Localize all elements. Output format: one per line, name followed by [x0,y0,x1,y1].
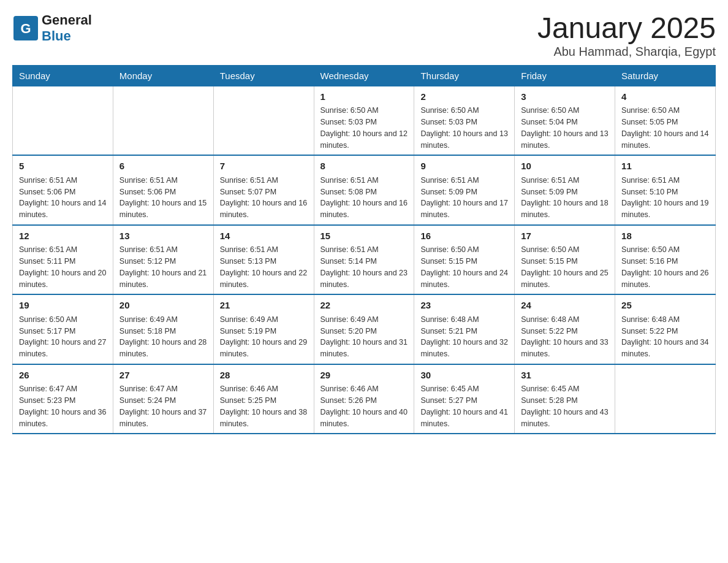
sunset-text: Sunset: 5:15 PM [521,257,577,266]
sunrise-text: Sunrise: 6:46 AM [320,385,379,393]
day-number: 12 [19,229,107,243]
header-wednesday: Wednesday [314,65,414,86]
sunrise-text: Sunrise: 6:45 AM [420,385,479,393]
daylight-text: Daylight: 10 hours and 14 minutes. [621,129,708,150]
sunset-text: Sunset: 5:18 PM [119,327,176,335]
sunrise-text: Sunrise: 6:50 AM [521,106,579,115]
calendar-cell: 29Sunrise: 6:46 AMSunset: 5:26 PMDayligh… [314,364,414,434]
calendar-cell: 18Sunrise: 6:50 AMSunset: 5:16 PMDayligh… [615,225,716,295]
daylight-text: Daylight: 10 hours and 17 minutes. [420,199,507,219]
day-number: 13 [119,229,207,243]
day-number: 30 [420,369,508,383]
sunset-text: Sunset: 5:05 PM [621,118,678,126]
calendar-cell: 14Sunrise: 6:51 AMSunset: 5:13 PMDayligh… [213,225,314,295]
sunrise-text: Sunrise: 6:50 AM [320,106,379,115]
sunrise-text: Sunrise: 6:50 AM [420,106,479,115]
sunrise-text: Sunrise: 6:51 AM [320,245,379,254]
header-tuesday: Tuesday [213,65,314,86]
day-number: 16 [420,229,508,243]
sunset-text: Sunset: 5:09 PM [521,188,577,196]
sunset-text: Sunset: 5:12 PM [119,257,176,266]
calendar-cell: 17Sunrise: 6:50 AMSunset: 5:15 PMDayligh… [515,225,615,295]
daylight-text: Daylight: 10 hours and 21 minutes. [119,269,207,289]
sunrise-text: Sunrise: 6:49 AM [119,315,178,324]
sunset-text: Sunset: 5:15 PM [420,257,477,266]
day-number: 7 [220,159,308,174]
calendar-cell: 25Sunrise: 6:48 AMSunset: 5:22 PMDayligh… [615,294,716,364]
sunset-text: Sunset: 5:13 PM [220,257,276,266]
sunset-text: Sunset: 5:04 PM [521,118,577,126]
sunrise-text: Sunrise: 6:50 AM [521,245,579,254]
calendar-cell: 30Sunrise: 6:45 AMSunset: 5:27 PMDayligh… [414,364,515,434]
sunset-text: Sunset: 5:22 PM [621,327,678,335]
day-number: 21 [220,299,308,313]
sunrise-text: Sunrise: 6:46 AM [220,385,278,393]
sunset-text: Sunset: 5:10 PM [621,188,678,196]
daylight-text: Daylight: 10 hours and 41 minutes. [420,408,507,428]
sunset-text: Sunset: 5:03 PM [320,118,377,126]
daylight-text: Daylight: 10 hours and 19 minutes. [621,199,708,219]
calendar-cell: 27Sunrise: 6:47 AMSunset: 5:24 PMDayligh… [113,364,213,434]
sunset-text: Sunset: 5:19 PM [220,327,276,335]
day-number: 26 [19,369,107,383]
day-number: 1 [320,90,408,104]
calendar-cell: 31Sunrise: 6:45 AMSunset: 5:28 PMDayligh… [515,364,615,434]
calendar-cell: 26Sunrise: 6:47 AMSunset: 5:23 PMDayligh… [13,364,113,434]
daylight-text: Daylight: 10 hours and 27 minutes. [19,338,106,358]
day-number: 28 [220,369,308,383]
sunset-text: Sunset: 5:28 PM [521,396,577,405]
daylight-text: Daylight: 10 hours and 32 minutes. [420,338,507,358]
logo-icon: G [12,15,39,42]
sunset-text: Sunset: 5:09 PM [420,188,477,196]
day-number: 4 [621,90,709,104]
sunset-text: Sunset: 5:23 PM [19,396,75,405]
sunrise-text: Sunrise: 6:47 AM [119,385,178,393]
calendar-cell: 12Sunrise: 6:51 AMSunset: 5:11 PMDayligh… [13,225,113,295]
calendar-cell: 20Sunrise: 6:49 AMSunset: 5:18 PMDayligh… [113,294,213,364]
calendar-cell: 4Sunrise: 6:50 AMSunset: 5:05 PMDaylight… [615,86,716,155]
page-header: G General Blue January 2025 Abu Hammad, … [12,12,716,59]
day-number: 19 [19,299,107,313]
daylight-text: Daylight: 10 hours and 33 minutes. [521,338,608,358]
day-number: 20 [119,299,207,313]
sunrise-text: Sunrise: 6:51 AM [621,176,680,185]
calendar-cell: 10Sunrise: 6:51 AMSunset: 5:09 PMDayligh… [515,155,615,225]
sunrise-text: Sunrise: 6:51 AM [19,245,77,254]
calendar-title: January 2025 [537,12,716,45]
sunrise-text: Sunrise: 6:48 AM [621,315,680,324]
day-number: 17 [521,229,609,243]
calendar-cell [615,364,716,434]
calendar-cell: 1Sunrise: 6:50 AMSunset: 5:03 PMDaylight… [314,86,414,155]
sunrise-text: Sunrise: 6:48 AM [420,315,479,324]
daylight-text: Daylight: 10 hours and 12 minutes. [320,129,408,150]
calendar-week-3: 12Sunrise: 6:51 AMSunset: 5:11 PMDayligh… [13,225,716,295]
calendar-cell: 2Sunrise: 6:50 AMSunset: 5:03 PMDaylight… [414,86,515,155]
header-saturday: Saturday [615,65,716,86]
calendar-cell: 24Sunrise: 6:48 AMSunset: 5:22 PMDayligh… [515,294,615,364]
sunset-text: Sunset: 5:06 PM [119,188,176,196]
sunset-text: Sunset: 5:17 PM [19,327,75,335]
calendar-cell: 21Sunrise: 6:49 AMSunset: 5:19 PMDayligh… [213,294,314,364]
daylight-text: Daylight: 10 hours and 18 minutes. [521,199,608,219]
sunrise-text: Sunrise: 6:51 AM [220,176,278,185]
sunrise-text: Sunrise: 6:51 AM [521,176,579,185]
calendar-cell: 28Sunrise: 6:46 AMSunset: 5:25 PMDayligh… [213,364,314,434]
logo-blue-text: Blue [42,28,71,44]
daylight-text: Daylight: 10 hours and 24 minutes. [420,269,507,289]
day-number: 23 [420,299,508,313]
header-sunday: Sunday [13,65,113,86]
sunrise-text: Sunrise: 6:50 AM [420,245,479,254]
sunset-text: Sunset: 5:21 PM [420,327,477,335]
sunset-text: Sunset: 5:27 PM [420,396,477,405]
sunrise-text: Sunrise: 6:49 AM [320,315,379,324]
calendar-week-1: 1Sunrise: 6:50 AMSunset: 5:03 PMDaylight… [13,86,716,155]
header-monday: Monday [113,65,213,86]
day-number: 11 [621,159,709,174]
calendar-cell: 3Sunrise: 6:50 AMSunset: 5:04 PMDaylight… [515,86,615,155]
daylight-text: Daylight: 10 hours and 34 minutes. [621,338,708,358]
calendar-cell [213,86,314,155]
sunrise-text: Sunrise: 6:51 AM [320,176,379,185]
sunset-text: Sunset: 5:03 PM [420,118,477,126]
daylight-text: Daylight: 10 hours and 31 minutes. [320,338,408,358]
sunrise-text: Sunrise: 6:50 AM [621,245,680,254]
